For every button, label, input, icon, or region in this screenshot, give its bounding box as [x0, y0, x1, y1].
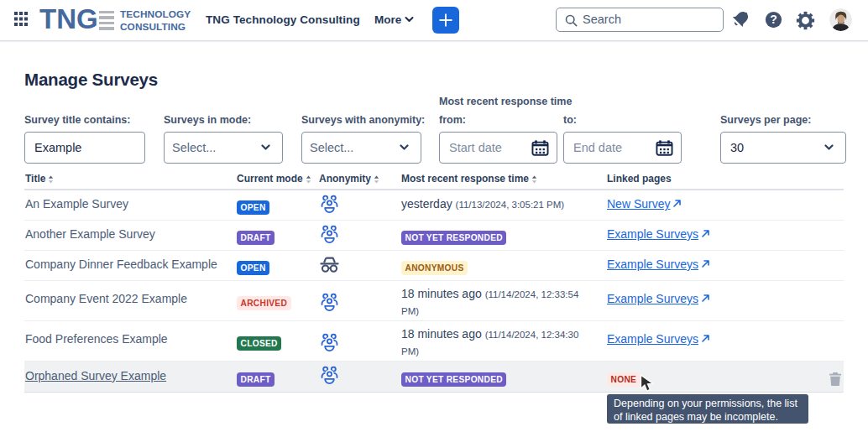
svg-text:?: ? [770, 13, 777, 26]
